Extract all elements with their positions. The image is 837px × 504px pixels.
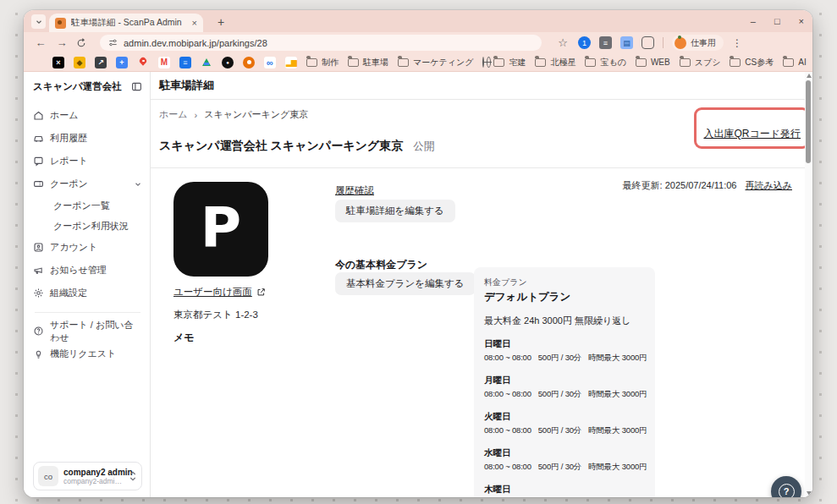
car-icon [33,133,44,144]
browser-toolbar: ← → admin.dev.mobipark.jp/parkings/28 ☆ … [24,32,812,53]
chevron-down-icon [35,18,43,26]
extension-notes-icon[interactable]: ≡ [599,36,612,49]
bookmark-favicon[interactable]: ▂▆ [285,57,297,68]
parking-detail-body: 最終更新: 2025/07/24/11:06 再読み込み P ユーザー向け画面 … [151,168,812,497]
sidebar-item-home[interactable]: ホーム [33,104,142,127]
bookmark-favicon[interactable]: + [116,57,128,68]
history-link[interactable]: 履歴確認 [335,184,374,197]
reload-link[interactable]: 再読み込み [745,179,792,192]
sidebar-item-org-settings[interactable]: 組織設定 [33,282,142,304]
sidebar-item-coupon-usage[interactable]: クーポン利用状況 [33,216,142,236]
bookmark-favicon-gmail[interactable]: M [158,57,170,68]
bookmark-favicon[interactable]: ↗ [95,57,107,68]
memo-label: メモ [173,331,195,345]
site-settings-icon[interactable] [108,38,118,47]
maximize-button[interactable]: □ [774,16,780,26]
edit-parking-detail-button[interactable]: 駐車場詳細を編集する [335,200,455,222]
report-icon [33,156,44,167]
tab-close-icon[interactable]: × [192,18,197,28]
active-tab[interactable]: 駐車場詳細 - ScanPa Admin × [49,14,203,32]
bookmark-folder[interactable]: CS参考 [730,57,774,68]
close-button[interactable]: × [799,16,804,26]
scrollbar-thumb[interactable] [806,80,811,163]
desktop: 駐車場詳細 - ScanPa Admin × + – □ × ← → admin… [0,0,837,504]
parking-heading: スキャンパ運営会社 スキャンパーキング東京 [159,139,403,154]
sidebar-item-coupon-list[interactable]: クーポン一覧 [33,195,142,216]
bookmark-folder[interactable]: WEB [636,58,670,67]
scroll-down-arrow[interactable] [807,491,812,496]
bookmark-folder[interactable]: スプシ [680,57,721,68]
bookmark-favicon-globe[interactable] [482,57,484,68]
bookmark-favicon[interactable]: ● [222,57,234,68]
new-tab-button[interactable]: + [213,14,229,30]
sidebar-item-notifications[interactable]: お知らせ管理 [33,259,142,282]
back-button[interactable]: ← [34,37,47,48]
extension-capture-icon[interactable] [642,36,654,49]
sidebar-item-support[interactable]: サポート / お問い合わせ [33,320,142,342]
bookmark-favicon[interactable]: ◆ [74,57,85,68]
bookmark-folder[interactable]: 宝もの [585,57,625,68]
bookmark-favicon[interactable]: × [52,57,64,68]
sidebar-divider [35,312,140,313]
fee-day-row: 木曜日 08:00 ~ 08:00500円 / 30分時間最大 3000円 [484,484,645,497]
external-link-icon [256,288,266,297]
sidebar-item-account[interactable]: アカウント [33,236,142,259]
bookmark-favicon[interactable]: ∞ [264,57,276,68]
folder-icon [636,58,647,67]
qr-issue-link[interactable]: 入出庫QRコード発行 [703,127,801,141]
fee-day-row: 水曜日 08:00 ~ 08:00500円 / 30分時間最大 3000円 [484,447,645,473]
home-icon [33,110,44,121]
bookmark-favicon[interactable]: ≡ [179,57,191,68]
fee-day-row: 月曜日 08:00 ~ 08:00500円 / 30分時間最大 3000円 [484,375,645,400]
breadcrumb-home[interactable]: ホーム [159,108,188,121]
user-email: company2-admin@example... [63,477,124,485]
bookmark-favicon[interactable] [243,57,255,68]
help-fab-button[interactable]: ? [771,476,801,497]
megaphone-icon [33,265,44,276]
tab-search-button[interactable] [31,14,46,29]
user-view-link[interactable]: ユーザー向け画面 [173,286,266,299]
toolbar-right: ☆ 1 ≡ ▤ 仕事用 ⋮ [556,35,742,51]
fee-plan-name: デフォルトプラン [484,290,645,304]
chevron-down-icon [134,180,142,189]
bookmark-star-icon[interactable]: ☆ [556,37,570,48]
help-circle-icon [33,326,44,337]
folder-icon [783,58,794,67]
user-menu[interactable]: co company2 admin company2-admin@example… [33,462,142,490]
folder-icon [535,58,546,67]
sidebar-item-usage-history[interactable]: 利用履歴 [33,127,142,150]
bookmark-folder[interactable]: 駐車場 [348,57,388,68]
parking-logo: P [173,182,268,277]
folder-icon [680,58,691,67]
edit-fee-plan-button[interactable]: 基本料金プランを編集する [335,272,476,295]
avatar: co [38,466,58,486]
profile-chip[interactable]: 仕事用 [672,35,724,51]
sidebar-item-report[interactable]: レポート [33,150,142,173]
sidebar-item-coupon[interactable]: クーポン [33,173,142,195]
minimize-button[interactable]: – [751,16,756,26]
page-scrollbar[interactable] [805,72,812,497]
bookmark-folder[interactable]: 北極星 [535,57,575,68]
main-panel: 駐車場詳細 ホーム › スキャンパーキング東京 スキャンパ運営会社 スキャンパー… [151,72,812,497]
scroll-up-arrow[interactable] [807,74,812,78]
bookmark-folder[interactable]: 宅建 [493,57,526,68]
bookmark-folder[interactable]: AI [783,58,806,67]
app-sidebar: スキャンパ運営会社 ホーム 利用履歴 レポート クーポン [24,72,151,497]
bookmark-folder[interactable]: マーケティング [398,57,473,68]
forward-button[interactable]: → [55,37,69,48]
reload-button[interactable] [76,38,90,48]
extension-password-icon[interactable]: 1 [578,36,591,49]
current-plan-label: 今の基本料金プラン [335,258,427,272]
browser-menu-button[interactable]: ⋮ [732,37,742,49]
bookmark-folder[interactable]: 制作 [306,57,339,68]
sidebar-item-feature-request[interactable]: 機能リクエスト [33,342,142,365]
extension-docs-icon[interactable]: ▤ [620,36,633,49]
bookmarks-bar: × ◆ ↗ + M ≡ ● ∞ ▂▆ 制作 駐車場 マーケティング 宅建 北極星… [24,53,812,72]
address-bar[interactable]: admin.dev.mobipark.jp/parkings/28 [100,35,542,51]
bookmark-favicon-map-pin[interactable] [137,57,149,68]
fee-day-row: 日曜日 08:00 ~ 08:00500円 / 30分時間最大 3000円 [484,338,645,364]
reload-icon [76,38,86,48]
fee-plan-card: 料金プラン デフォルトプラン 最大料金 24h 3000円 無限繰り返し 日曜日… [474,267,655,497]
sidebar-collapse-icon[interactable] [131,81,142,92]
bookmark-favicon-drive[interactable] [201,57,212,68]
